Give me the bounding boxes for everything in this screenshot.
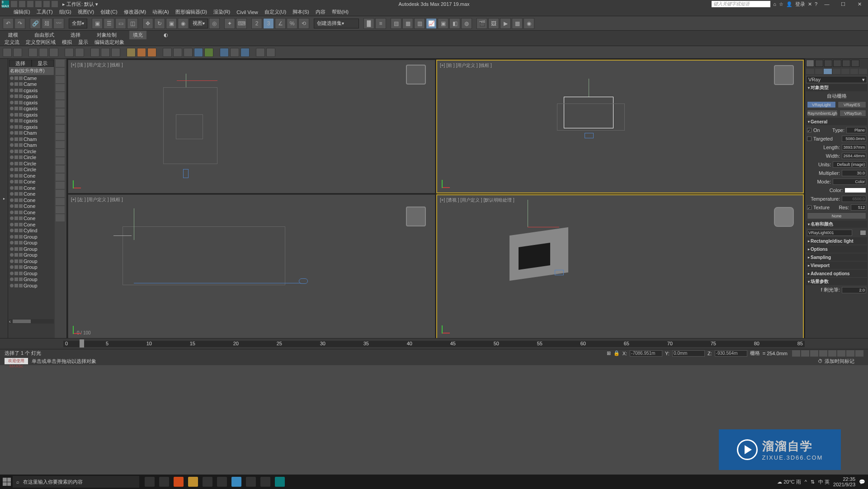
scene-item[interactable]: Group xyxy=(9,264,54,271)
st-icon-18[interactable] xyxy=(204,48,213,57)
section-viewport[interactable]: Viewport xyxy=(806,262,867,269)
st-icon-6[interactable] xyxy=(65,48,74,57)
shapes-subtab-icon[interactable] xyxy=(815,69,823,74)
st-icon-16[interactable] xyxy=(184,48,193,57)
viewport-label[interactable]: [+] [顶 ] [用户定义 ] [线框 ] xyxy=(71,62,123,68)
st-icon-15[interactable] xyxy=(173,48,182,57)
scene-tool-icon[interactable] xyxy=(56,76,65,83)
viewport-top[interactable]: [+] [顶 ] [用户定义 ] [线框 ] xyxy=(68,60,435,193)
scene-hscroll[interactable]: ‹ xyxy=(9,319,54,324)
section-general[interactable]: General xyxy=(806,118,867,125)
workspace-selector[interactable]: ▸ 工作区: 默认 ▾ xyxy=(62,1,98,8)
scene-item[interactable]: Group xyxy=(9,246,54,252)
timeline[interactable]: 0 / 100 05101520253035404550556065707580… xyxy=(0,338,868,349)
st-help-icon[interactable] xyxy=(266,48,275,57)
res-value[interactable]: 512 xyxy=(851,204,866,211)
qat-save-icon[interactable] xyxy=(27,1,33,7)
bind-spacewarp-icon[interactable]: 〰 xyxy=(53,18,64,29)
st-icon-19[interactable] xyxy=(220,48,229,57)
menu-graph[interactable]: 图形编辑器(D) xyxy=(175,9,207,15)
mode-dropdown[interactable]: Color xyxy=(833,179,866,185)
scene-item[interactable]: Cone xyxy=(9,203,54,210)
tray-chevron-icon[interactable]: ^ xyxy=(805,479,807,484)
viewcube-icon[interactable] xyxy=(406,65,426,85)
menu-animation[interactable]: 动画(A) xyxy=(152,9,169,15)
scene-item[interactable]: Cone xyxy=(9,209,54,216)
viewport-label[interactable]: [+] [透视 ] [用户定义 ] [默认明暗处理 ] xyxy=(440,197,514,203)
st-icon-8[interactable] xyxy=(90,48,99,57)
scene-item[interactable]: Cone xyxy=(9,179,54,185)
object-name-input[interactable]: VRayLight001 xyxy=(807,230,852,236)
color-swatch[interactable] xyxy=(844,188,866,193)
qat-undo-icon[interactable] xyxy=(35,1,42,7)
halflen-value[interactable]: 2.0 xyxy=(842,287,866,293)
user-icon[interactable]: 👤 xyxy=(786,1,793,7)
windows-search[interactable]: ⌕ 在这里输入你要搜索的内容 xyxy=(13,476,139,488)
scene-tool-icon[interactable] xyxy=(56,108,65,116)
ribbon-tab-selection[interactable]: 选择 xyxy=(67,31,84,39)
type-dropdown[interactable]: Plane xyxy=(846,127,866,133)
st-icon-17[interactable] xyxy=(194,48,203,57)
vrayies-button[interactable]: VRayIES xyxy=(838,101,867,108)
start-button[interactable] xyxy=(3,478,11,486)
scene-item[interactable]: Group xyxy=(9,277,54,283)
ribbon-icon[interactable]: ▥ xyxy=(414,18,425,29)
qat-redo-icon[interactable] xyxy=(43,1,50,7)
viewcube-icon[interactable] xyxy=(406,207,426,226)
star-icon[interactable]: ☆ xyxy=(779,1,783,7)
scene-tool-icon[interactable] xyxy=(56,141,65,148)
select-name-icon[interactable]: ☰ xyxy=(104,18,114,29)
placement-icon[interactable]: ◉ xyxy=(178,18,189,29)
width-value[interactable]: 2684.48mm xyxy=(842,153,866,159)
taskview-icon[interactable] xyxy=(145,477,155,487)
tray-ime[interactable]: 中 英 xyxy=(818,479,830,485)
display-tab-icon[interactable] xyxy=(842,60,850,67)
scene-tool-icon[interactable] xyxy=(56,84,65,91)
scene-item[interactable]: Cone xyxy=(9,185,54,191)
app-icon[interactable]: 3 MAX xyxy=(2,0,9,8)
scene-tool-icon[interactable] xyxy=(56,182,65,189)
viewport-perspective[interactable]: [+] [透视 ] [用户定义 ] [默认明暗处理 ] xyxy=(436,194,804,339)
scene-item[interactable]: cgaxis xyxy=(9,94,54,100)
nav-icon[interactable] xyxy=(810,350,818,357)
scene-item[interactable]: Cone xyxy=(9,216,54,222)
scene-tool-icon[interactable] xyxy=(56,149,65,156)
motion-tab-icon[interactable] xyxy=(833,60,841,67)
qat-project-icon[interactable] xyxy=(52,1,58,7)
scene-item[interactable]: cgaxis xyxy=(9,124,54,130)
scene-explorer-icon[interactable]: ▦ xyxy=(402,18,413,29)
section-object-type[interactable]: 对象类型 xyxy=(806,84,867,91)
scene-tool-icon[interactable] xyxy=(56,198,65,205)
infocenter-icon[interactable]: ⌂ xyxy=(773,1,776,7)
spinner-snap-icon[interactable]: ⟲ xyxy=(298,18,309,29)
render-setup-icon[interactable]: 🎬 xyxy=(476,18,487,29)
viewport-front[interactable]: [+] [前 ] [用户定义 ] [线框 ] xyxy=(436,60,804,193)
scale-icon[interactable]: ▣ xyxy=(166,18,177,29)
scene-tool-icon[interactable] xyxy=(56,125,65,132)
hierarchy-tab-icon[interactable] xyxy=(824,60,832,67)
scene-tool-icon[interactable] xyxy=(56,157,65,165)
viewcube-icon[interactable] xyxy=(774,207,794,227)
scene-tool-icon[interactable] xyxy=(56,214,65,221)
menu-views[interactable]: 视图(V) xyxy=(78,9,94,15)
scene-item[interactable]: Cham xyxy=(9,142,54,149)
app-icon[interactable] xyxy=(203,477,212,487)
viewport-left[interactable]: [+] [左 ] [用户定义 ] [线框 ] xyxy=(68,194,435,339)
snap-icon[interactable]: ⊞ xyxy=(607,350,611,356)
st-icon-4[interactable] xyxy=(39,48,48,57)
section-options[interactable]: Options xyxy=(806,245,867,253)
st-icon-9[interactable] xyxy=(101,48,110,57)
nav-icon[interactable] xyxy=(792,350,800,357)
section-name-color[interactable]: 名称和颜色 xyxy=(806,221,867,228)
menu-create[interactable]: 创建(C) xyxy=(100,9,117,15)
section-rectangle[interactable]: Rectangle/disc light xyxy=(806,237,867,244)
render-last-icon[interactable]: ◉ xyxy=(524,18,534,29)
menu-civilview[interactable]: Civil View xyxy=(236,9,258,15)
vraysun-button[interactable]: VRaySun xyxy=(840,110,866,117)
firefox-icon[interactable] xyxy=(174,477,184,487)
object-color-swatch[interactable] xyxy=(860,230,866,235)
menu-scripting[interactable]: 脚本(S) xyxy=(292,9,309,15)
login-label[interactable]: 登录 xyxy=(795,1,805,8)
scene-item[interactable]: Cylind xyxy=(9,228,54,234)
menu-edit[interactable]: 编辑(E) xyxy=(14,9,30,15)
